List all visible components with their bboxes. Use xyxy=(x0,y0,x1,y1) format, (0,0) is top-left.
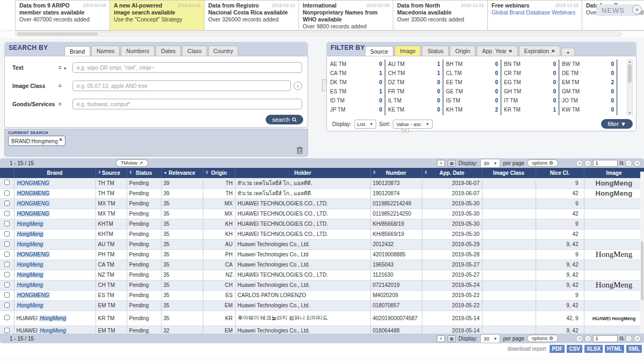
filter-source-entry[interactable]: DK TM 0 xyxy=(330,78,382,87)
prev-page-button[interactable]: ‹ xyxy=(584,160,591,167)
row-checkbox[interactable] xyxy=(4,252,10,257)
search-tab[interactable]: Names xyxy=(91,46,120,56)
download-format-button[interactable]: XML xyxy=(626,345,642,353)
column-header[interactable]: ▲▼ Origin xyxy=(203,168,235,178)
filter-source-entry[interactable]: BW TM 0 xyxy=(562,60,614,69)
options-button[interactable]: options⚙ xyxy=(527,159,558,167)
row-checkbox[interactable] xyxy=(4,292,10,298)
filter-tab[interactable]: App. Year✖ xyxy=(477,46,517,56)
column-header[interactable]: ▲▼ Number xyxy=(370,168,422,178)
row-checkbox[interactable] xyxy=(4,221,10,226)
search-tab[interactable]: Dates xyxy=(156,46,181,56)
filter-source-entry[interactable]: EM TM 2 xyxy=(562,78,614,87)
list-view-icon[interactable]: ≡ xyxy=(437,160,445,167)
sort-icon[interactable]: ▲▼ xyxy=(129,170,133,174)
filter-source-entry[interactable]: CR TM 0 xyxy=(504,69,556,78)
filter-scrollbar-thumb[interactable] xyxy=(628,64,632,83)
filter-source-entry[interactable]: ID TM 0 xyxy=(330,96,382,105)
sort-select[interactable]: Value - asc▼ xyxy=(393,120,433,129)
filter-source-entry[interactable]: CL TM 0 xyxy=(446,69,498,78)
search-tab[interactable]: Brand xyxy=(64,46,90,56)
download-format-button[interactable]: XLSX xyxy=(584,345,603,353)
filter-source-entry[interactable]: AE TM 0 xyxy=(330,60,382,69)
row-checkbox[interactable] xyxy=(4,262,10,267)
trademark-image-text[interactable]: HongMeng xyxy=(596,179,633,187)
display-select[interactable]: List▼ xyxy=(354,120,377,129)
brand-link[interactable]: HongMeng xyxy=(17,221,44,227)
sort-icon[interactable]: ▲▼ xyxy=(164,170,167,174)
first-page-button[interactable]: « xyxy=(576,160,583,167)
search-input[interactable] xyxy=(72,80,291,91)
news-card[interactable]: 2019-02-08 International Nonproprietary … xyxy=(298,0,393,31)
filter-scrollbar[interactable]: ▲ ▼ xyxy=(627,60,633,115)
sort-icon[interactable]: ▲▼ xyxy=(373,170,376,174)
scroll-down-icon[interactable]: ▼ xyxy=(627,112,632,115)
more-filters-dropdown[interactable]: ▼ xyxy=(561,48,575,56)
last-page-button[interactable]: » xyxy=(634,335,641,342)
options-button[interactable]: options⚙ xyxy=(527,335,558,342)
brand-link[interactable]: HONGMENG xyxy=(17,180,50,186)
trash-icon[interactable] xyxy=(296,146,303,154)
brand-link[interactable]: HONGMENG xyxy=(17,211,50,217)
filter-tab[interactable]: Image xyxy=(394,46,421,56)
panel-drag-handle[interactable]: ••• xyxy=(401,128,409,132)
brand-link[interactable]: HongMeng xyxy=(17,241,44,247)
grid-view-icon[interactable]: ▦ xyxy=(448,335,456,342)
operator-selector[interactable]: = ▼ xyxy=(58,83,72,89)
filter-source-entry[interactable]: BN TM 0 xyxy=(504,60,556,69)
remove-filter-icon[interactable]: ✖ xyxy=(551,49,555,54)
column-header[interactable]: ▲▼ App. Date xyxy=(422,168,482,178)
news-card[interactable]: 2019-04-08 Data from 9 ARIPO member stat… xyxy=(15,0,109,31)
filter-source-entry[interactable]: KR TM 1 xyxy=(504,105,556,114)
brand-link[interactable]: HongMeng xyxy=(17,302,44,308)
filter-source-entry[interactable]: AU TM 1 xyxy=(388,60,440,69)
row-checkbox[interactable] xyxy=(4,211,10,216)
column-header[interactable]: ▲▼ xyxy=(0,168,14,178)
download-format-button[interactable]: CSV xyxy=(567,345,582,353)
first-page-button[interactable]: « xyxy=(576,335,583,342)
filter-source-entry[interactable]: BH TM 0 xyxy=(446,60,498,69)
news-card[interactable]: 2019-04-01 A new AI-powered image search… xyxy=(109,0,204,31)
list-view-icon[interactable]: ≡ xyxy=(437,335,445,342)
brand-link[interactable]: HONGMENG xyxy=(17,292,50,298)
filter-source-entry[interactable]: JO TM 0 xyxy=(562,96,614,105)
filter-source-entry[interactable]: DE TM 0 xyxy=(562,69,614,78)
row-checkbox[interactable] xyxy=(4,231,10,237)
search-tab[interactable]: Country xyxy=(208,46,239,56)
brand-link[interactable]: HONGMENG xyxy=(17,252,50,257)
filter-source-entry[interactable]: DZ TM 0 xyxy=(388,78,440,87)
filter-source-entry[interactable]: FR TM 0 xyxy=(388,87,440,96)
download-format-button[interactable]: PDF xyxy=(550,345,565,353)
column-header[interactable]: ▲▼ Image xyxy=(584,168,644,178)
brand-link[interactable]: HongMeng xyxy=(17,231,44,237)
trademark-image-text[interactable]: HongMeng xyxy=(596,189,633,197)
filter-source-entry[interactable]: GE TM 0 xyxy=(446,87,498,96)
news-close-button[interactable]: × xyxy=(632,5,642,14)
filter-source-entry[interactable]: IL TM 0 xyxy=(388,96,440,105)
filter-source-entry[interactable]: ES TM 1 xyxy=(330,87,382,96)
next-page-button[interactable]: › xyxy=(625,160,632,167)
search-input[interactable] xyxy=(72,99,302,109)
brand-link[interactable]: HongMeng xyxy=(39,328,67,334)
filter-source-entry[interactable]: GH TM 0 xyxy=(504,87,556,96)
page-scrollbar-thumb[interactable] xyxy=(641,241,643,300)
expand-button[interactable]: › xyxy=(294,82,302,90)
filter-tab[interactable]: Source xyxy=(365,46,393,56)
column-header[interactable]: ▲▼ Image Class xyxy=(482,168,536,178)
search-tab[interactable]: Numbers xyxy=(121,46,155,56)
tmview-button[interactable]: TMview↗ xyxy=(116,159,148,167)
sort-icon[interactable]: ▲▼ xyxy=(98,170,101,174)
filter-source-entry[interactable]: CH TM 1 xyxy=(388,69,440,78)
last-page-button[interactable]: » xyxy=(634,160,641,167)
brand-link[interactable]: HONGMENG xyxy=(17,201,50,206)
filter-source-entry[interactable]: CA TM 1 xyxy=(330,69,382,78)
row-checkbox[interactable] xyxy=(4,241,10,247)
trademark-image-text[interactable]: HongMeng xyxy=(596,250,632,258)
next-page-button[interactable]: › xyxy=(625,335,632,342)
brand-link[interactable]: HongMeng xyxy=(39,315,67,321)
news-card[interactable]: 2018-12-21 Data from North Macedonia ava… xyxy=(393,0,487,31)
news-card[interactable]: 2018-12-20 Free webinars Global Brand Da… xyxy=(487,0,582,31)
brand-link[interactable]: HongMeng xyxy=(17,262,44,268)
filter-source-entry[interactable]: IT TM 0 xyxy=(504,96,556,105)
row-checkbox[interactable] xyxy=(4,190,10,196)
